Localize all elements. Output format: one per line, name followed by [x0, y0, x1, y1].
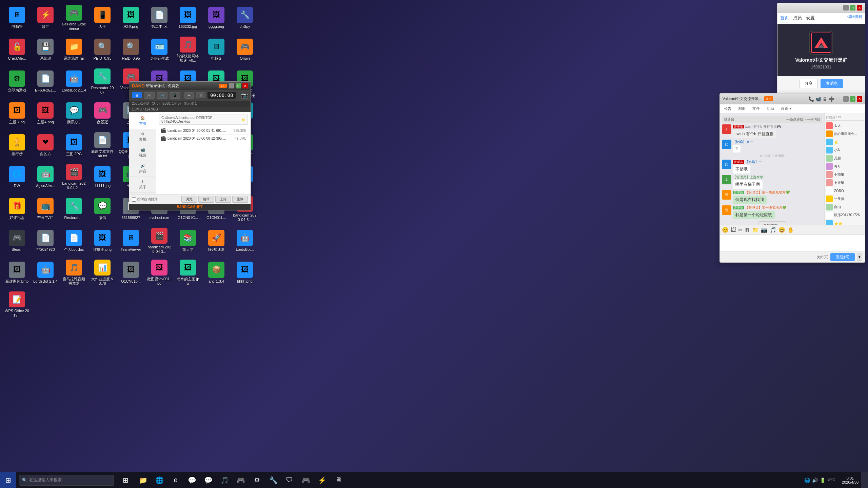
desktop-icon-11111[interactable]: 🖼 11111.jpg — [89, 163, 116, 191]
file-item-1[interactable]: 🎬 bandicam 2020-04-23 00-08-12-395.mp4 4… — [159, 135, 248, 142]
bandicam-win-controls[interactable]: ─ □ ✕ — [229, 83, 248, 88]
desktop-icon-restorator2[interactable]: 🔧 Restorato... — [60, 195, 87, 223]
desktop-icon-gggg[interactable]: 🖼 gggg.png — [203, 3, 230, 32]
bandicam-close-btn[interactable]: ✕ — [242, 83, 248, 88]
desktop-icon-lordsbot[interactable]: 🤖 LordsBot 2.1.4 — [60, 67, 87, 96]
qq-panel-minimize-btn[interactable]: ─ — [843, 5, 849, 11]
taskbar-app-edge[interactable]: e — [168, 473, 183, 487]
music-icon[interactable]: 🎵 — [770, 227, 776, 233]
chat-minimize-btn[interactable]: ─ — [843, 96, 849, 102]
member-item-6[interactable]: 不能输 — [826, 170, 864, 179]
taskbar-app-misc1[interactable]: ⚙ — [250, 473, 264, 487]
desktop-icon-origin[interactable]: 🎮 Origin — [231, 35, 258, 64]
scissors-icon[interactable]: ✂ — [738, 227, 743, 233]
sidebar-audio[interactable]: 🔊 声音 — [129, 161, 156, 177]
desktop-icon-yundong[interactable]: ⚡ 盛世 — [32, 3, 59, 32]
desktop-icon-shoujitupian[interactable]: 🖼 缩水的主图.jpg — [174, 258, 201, 287]
taskbar-corner[interactable] — [861, 472, 868, 488]
qq-panel-win-controls[interactable]: ─ □ ✕ — [843, 5, 862, 11]
send-message-btn[interactable]: 发送(S) — [830, 253, 855, 261]
taskbar-app-wechat[interactable]: 💬 — [201, 473, 216, 487]
taskbar-app-chrome[interactable]: 🌐 — [152, 473, 167, 487]
chat-nav-today[interactable]: 公告 — [721, 105, 734, 112]
desktop-icon-qqtengxun[interactable]: 💬 腾讯QQ — [60, 99, 87, 128]
trash-icon[interactable]: 🗑 — [745, 227, 750, 233]
pause-btn[interactable]: ⏸ — [196, 92, 205, 98]
desktop-icon-lordsbot3[interactable]: 🤖 LordsBot... — [231, 226, 258, 255]
desktop-icon-diannao[interactable]: 🖥 电脑S — [203, 35, 230, 64]
chat-nav-settings[interactable]: 设置 ▾ — [778, 105, 794, 112]
member-item-2[interactable]: ⭐ — [826, 138, 864, 146]
desktop-icon-yinpuwofang[interactable]: 🎵 喜马拉雅音频播放器 — [60, 258, 87, 287]
join-btn[interactable]: 参加本群： — [758, 221, 786, 225]
member-item-0[interactable]: 太大 — [826, 122, 864, 130]
folder-icon[interactable]: 📁 — [752, 227, 759, 233]
browse-btn[interactable]: 浏览 — [181, 196, 197, 203]
desktop-icon-bandicam4[interactable]: 🎬 bandicam 2020-04-3... — [146, 226, 173, 255]
bandicam-maximize-btn[interactable]: □ — [236, 83, 241, 88]
taskbar-app-qqmusic[interactable]: 🎵 — [217, 473, 232, 487]
desktop-icon-3sTV[interactable]: 📺 芒果TV烂 — [32, 195, 59, 223]
desktop-icon-jieshitu[interactable]: 🖼 详细图.png — [89, 226, 116, 255]
desktop-icon-weixin[interactable]: 💬 微信 — [89, 195, 116, 223]
path-browse-btn[interactable]: 📁 — [241, 118, 245, 122]
webcam-mode-btn[interactable]: 📹 — [157, 92, 167, 99]
member-item-9[interactable]: 一头猪 — [826, 195, 864, 203]
file-item-0[interactable]: 🎬 bandicam 2020-04-30 00-01-41-691.mp4 3… — [159, 127, 248, 135]
desktop-icon-steam[interactable]: 🎮 Steam — [3, 226, 31, 255]
chat-close-btn[interactable]: ✕ — [857, 96, 862, 102]
desktop-icon-zhuti6[interactable]: 🖼 主题4.png — [32, 99, 59, 128]
chat-maximize-btn[interactable]: □ — [850, 96, 855, 102]
member-item-7[interactable]: 不许输 — [826, 179, 864, 187]
qq-nav-home[interactable]: 首页 — [780, 14, 789, 22]
desktop-icon-sfz[interactable]: 🪪 身份证生成 — [146, 35, 173, 64]
bandicam-minimize-btn[interactable]: ─ — [229, 83, 234, 88]
sidebar-home[interactable]: 🏠 首页 — [129, 113, 156, 129]
desktop-icon-weidaxue[interactable]: 📚 微大学 — [174, 226, 201, 255]
member-item-12[interactable]: ⭐⭐ — [826, 219, 864, 225]
taskbar-app-misc3[interactable]: 🛡 — [282, 473, 297, 487]
gift-icon[interactable]: 😄 — [778, 227, 785, 233]
desktop-icon-nvidia[interactable]: 🎮 GeForce Experience — [60, 3, 87, 32]
tray-battery-icon[interactable]: 🔋 — [820, 477, 826, 483]
upload-btn[interactable]: 上传 — [215, 196, 231, 203]
member-item-3[interactable]: 小A — [826, 146, 864, 154]
edit-profile-btn[interactable]: 编辑资料 — [847, 14, 862, 22]
desktop-icon-haopingli[interactable]: 🎁 好评礼盒 — [3, 195, 31, 223]
taskbar-app-misc6[interactable]: 🖥 — [331, 473, 346, 487]
chat-input-area[interactable] — [720, 235, 865, 251]
desktop-icon-zhuti5[interactable]: 🖼 主题3.jpg — [3, 99, 31, 128]
task-view-btn[interactable]: ⊞ — [118, 473, 133, 487]
chat-screen-icon[interactable]: 🖥 — [823, 96, 827, 102]
desktop-icon-xinjiantu[interactable]: 🖼 新建图片.bmp — [3, 258, 31, 287]
desktop-icon-systemconfig[interactable]: 📁 系统温度.rar — [60, 35, 87, 64]
desktop-icon-panjingting[interactable]: 🎮 盘景廷 — [89, 99, 116, 128]
desktop-icon-dnspy[interactable]: 🔧 dnSpy — [231, 3, 258, 32]
desktop-icon-772024[interactable]: 📄 772024920 — [32, 226, 59, 255]
member-item-10[interactable]: 自由 — [826, 203, 864, 211]
taskbar-app-qq[interactable]: 💬 — [184, 473, 199, 487]
taskbar-clock[interactable]: 0:01 2020/4/30 — [839, 476, 861, 484]
taskbar-app-fileexplorer[interactable]: 📁 — [136, 473, 151, 487]
auto-sort-input[interactable] — [132, 197, 136, 202]
member-item-5[interactable]: 可可 — [826, 162, 864, 170]
chat-nav-activity[interactable]: 活动 — [764, 105, 777, 112]
sidebar-general[interactable]: ⚙ 常规 — [129, 129, 156, 145]
desktop-icon-xinjian[interactable]: 📄 新建文本文件 bb.txt — [89, 131, 116, 160]
desktop-icon-crackme[interactable]: 🔓 CrackMe... — [3, 35, 31, 64]
desktop-icon-dazuoye[interactable]: 📊 大作业进度 V8.78 — [89, 258, 116, 287]
tray-volume-icon[interactable]: 🔊 — [812, 477, 818, 483]
desktop-icon-bandicam2[interactable]: 🎬 bandicam 2020-04-2... — [60, 163, 87, 191]
desktop-icon-teamviewer[interactable]: 🖥 TeamViewer — [117, 226, 144, 255]
desktop-icon-dw[interactable]: 🌐 DW — [3, 163, 31, 191]
cut-btn[interactable]: ✂ — [184, 92, 194, 99]
camera-icon[interactable]: 📷 — [761, 227, 768, 233]
desktop-icon-o1cn03[interactable]: 🖼 O1CN01b... — [117, 258, 144, 287]
close-chat-btn[interactable]: 关闭(C) — [817, 255, 828, 260]
screenshot-btn[interactable]: 📷 — [241, 92, 248, 99]
desktop-icon-paijing[interactable]: 🏆 排行榜 — [3, 131, 31, 160]
desktop-icon-ef63[interactable]: 📄 EF63F2E1... — [32, 67, 59, 96]
qq-nav-settings[interactable]: 设置 — [806, 14, 815, 22]
member-item-8[interactable]: ZORO — [826, 187, 864, 195]
desktop-icon-weituosheji[interactable]: 🖼 微图设计-001.jpg — [146, 258, 173, 287]
